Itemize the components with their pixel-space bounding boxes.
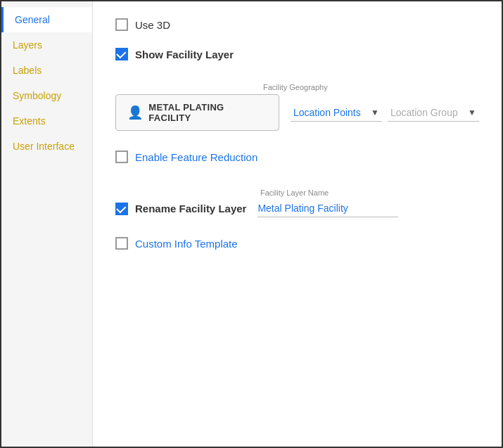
app-window: General Layers Labels Symbology Extents … bbox=[0, 0, 503, 448]
enable-feature-reduction-label: Enable Feature Reduction bbox=[135, 151, 257, 163]
location-points-dropdown[interactable]: Location Points ▼ bbox=[291, 104, 382, 122]
rename-input-wrapper bbox=[257, 200, 398, 217]
enable-feature-reduction-row: Enable Feature Reduction bbox=[115, 151, 479, 163]
main-content: Use 3D Show Facility Layer Facility Geog… bbox=[93, 1, 502, 447]
sidebar-item-labels[interactable]: Labels bbox=[1, 58, 92, 83]
dropdown2-arrow-icon: ▼ bbox=[468, 108, 476, 117]
custom-info-template-checkbox[interactable] bbox=[115, 237, 128, 250]
rename-facility-layer-label: Rename Facility Layer bbox=[135, 203, 246, 215]
rename-facility-layer-wrapper[interactable]: Rename Facility Layer bbox=[115, 203, 246, 215]
show-facility-layer-row: Show Facility Layer bbox=[115, 48, 479, 60]
location-group-dropdown[interactable]: Location Group ▼ bbox=[388, 104, 479, 122]
facility-geography-section: Facility Geography 👤 METAL PLATING FACIL… bbox=[115, 83, 479, 131]
custom-info-template-row: Custom Info Template bbox=[115, 237, 479, 250]
sidebar-item-extents[interactable]: Extents bbox=[1, 108, 92, 134]
location-group-label: Location Group bbox=[390, 107, 458, 118]
dropdown-group: Location Points ▼ Location Group ▼ bbox=[291, 104, 479, 122]
show-facility-layer-checkbox[interactable] bbox=[115, 48, 128, 60]
facility-button[interactable]: 👤 METAL PLATING FACILITY bbox=[115, 94, 279, 131]
rename-row: Rename Facility Layer bbox=[115, 200, 479, 217]
show-facility-layer-checkbox-wrapper[interactable]: Show Facility Layer bbox=[115, 48, 234, 60]
facility-button-text: METAL PLATING FACILITY bbox=[148, 102, 267, 123]
enable-feature-reduction-checkbox[interactable] bbox=[115, 151, 128, 163]
show-facility-layer-label: Show Facility Layer bbox=[135, 49, 234, 60]
location-points-label: Location Points bbox=[293, 107, 361, 118]
use3d-row: Use 3D bbox=[115, 18, 479, 31]
enable-feature-reduction-wrapper[interactable]: Enable Feature Reduction bbox=[115, 151, 257, 163]
location-icon: 👤 bbox=[127, 105, 143, 120]
use3d-label: Use 3D bbox=[135, 19, 170, 31]
rename-facility-layer-section: Facility Layer Name Rename Facility Laye… bbox=[115, 188, 479, 217]
sidebar-item-general[interactable]: General bbox=[1, 7, 92, 32]
custom-info-template-label: Custom Info Template bbox=[135, 238, 238, 250]
custom-info-template-wrapper[interactable]: Custom Info Template bbox=[115, 237, 238, 250]
sidebar-item-user-interface[interactable]: User Interface bbox=[1, 134, 92, 159]
use3d-checkbox-wrapper[interactable]: Use 3D bbox=[115, 18, 170, 31]
facility-row: 👤 METAL PLATING FACILITY Location Points… bbox=[115, 94, 479, 131]
dropdown1-arrow-icon: ▼ bbox=[371, 108, 379, 117]
sidebar: General Layers Labels Symbology Extents … bbox=[1, 1, 93, 447]
use3d-checkbox[interactable] bbox=[115, 18, 128, 31]
sidebar-item-layers[interactable]: Layers bbox=[1, 32, 92, 58]
facility-geography-label: Facility Geography bbox=[263, 83, 479, 91]
sidebar-item-symbology[interactable]: Symbology bbox=[1, 83, 92, 108]
rename-facility-layer-input[interactable] bbox=[257, 200, 398, 217]
rename-section-label: Facility Layer Name bbox=[260, 188, 479, 197]
rename-facility-layer-checkbox[interactable] bbox=[115, 203, 128, 215]
